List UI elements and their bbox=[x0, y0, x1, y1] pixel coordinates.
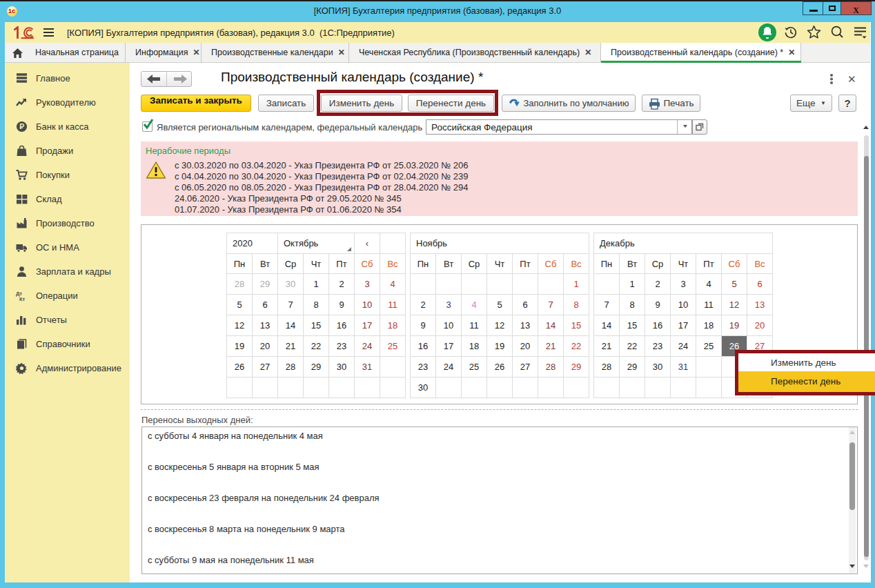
svg-text:Р: Р bbox=[19, 122, 24, 130]
svg-text:Кт: Кт bbox=[19, 296, 26, 302]
